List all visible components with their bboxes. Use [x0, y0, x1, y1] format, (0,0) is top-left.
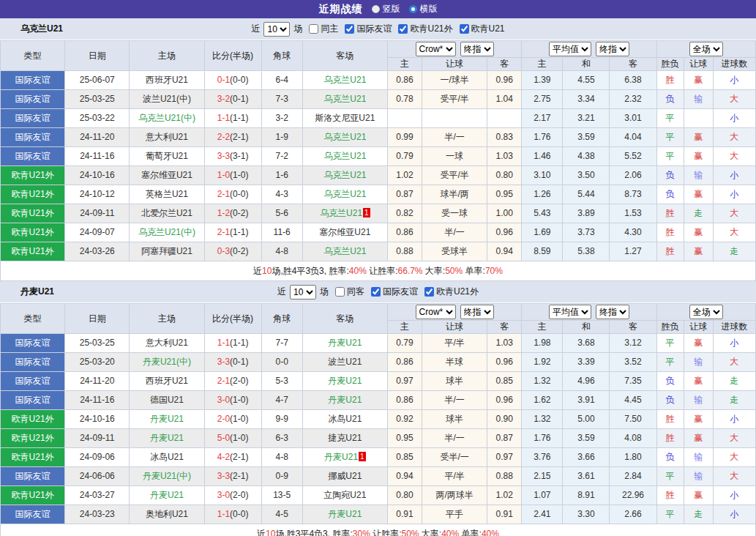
crow-home-odds: 0.78 — [387, 90, 422, 109]
match-count-select[interactable]: 10 — [263, 22, 290, 37]
home-team-name: 冰岛U21 — [150, 452, 184, 462]
type-cell: 国际友谊 — [1, 109, 65, 128]
final-odds-select-2[interactable]: 终指 — [596, 305, 629, 319]
odds-source-select[interactable]: Crow* — [416, 305, 456, 319]
score-cell: 3-3(2-1) — [204, 467, 261, 486]
avg-away-odds: 2.06 — [610, 166, 656, 185]
final-odds-select-1[interactable]: 终指 — [460, 42, 494, 56]
home-team-cell: 德国U21 — [130, 391, 204, 410]
league-0-label: 国际友谊 — [356, 23, 392, 35]
crow-home-odds: 0.88 — [387, 242, 422, 261]
halftime-score: (1-0) — [230, 414, 248, 424]
home-team-cell: 乌克兰U21(中) — [130, 223, 204, 242]
away-team-cell: 乌克兰U21 — [302, 185, 387, 204]
results-table: 类型日期主场比分(半场)角球客场Crow*终指平均值终指全场主让球客主和客胜负让… — [0, 40, 756, 281]
radio-unselected-icon[interactable] — [372, 5, 380, 13]
away-team-name: 乌克兰U21 — [323, 189, 366, 199]
goals-result-cell: 大 — [713, 467, 755, 486]
avg-draw-odds: 3.59 — [563, 429, 610, 448]
avg-home-odds: 1.46 — [522, 147, 563, 166]
league-0-checkbox[interactable] — [345, 24, 354, 34]
crow-away-odds: 0.97 — [487, 448, 522, 467]
crow-handicap: 球半/两 — [422, 185, 487, 204]
away-team-name: 丹麦U21 — [324, 452, 358, 462]
away-team-cell: 乌克兰U21 — [302, 166, 387, 185]
vertical-layout-radio[interactable]: 竖版 — [372, 3, 400, 15]
avg-draw-odds: 3.34 — [563, 90, 610, 109]
away-team-name: 波兰U21 — [328, 357, 362, 367]
result-cell: 负 — [656, 448, 684, 467]
home-team-cell: 西班牙U21 — [130, 372, 204, 391]
handicap-result-cell: 赢 — [684, 372, 713, 391]
crow-home-odds: 0.80 — [387, 486, 422, 505]
fulltime-score: 0-1 — [217, 75, 230, 85]
fulltime-score: 3-0 — [217, 490, 230, 500]
handicap-result-cell: 赢 — [684, 223, 713, 242]
sub-header-0: 主 — [387, 58, 422, 71]
league-1-label: 欧青U21外 — [436, 286, 479, 298]
sub-header-8: 进球数 — [713, 58, 755, 71]
average-select[interactable]: 平均值 — [549, 305, 591, 319]
summary-stat-label: 场,胜3平4负3, 胜率: — [275, 529, 352, 536]
home-team-name: 塞尔维亚U21 — [141, 170, 192, 180]
fulltime-score: 1-0 — [217, 170, 230, 180]
average-select[interactable]: 平均值 — [549, 42, 591, 56]
odds-source-select[interactable]: Crow* — [416, 42, 456, 56]
summary-stat-label: 单率: — [463, 266, 485, 276]
fulltime-select[interactable]: 全场 — [689, 305, 723, 319]
date-cell: 24-11-20 — [65, 128, 130, 147]
crow-home-odds: 0.86 — [387, 353, 422, 372]
avg-home-odds: 1.26 — [522, 185, 563, 204]
same-venue-checkbox[interactable] — [309, 24, 318, 34]
crow-away-odds: 0.87 — [487, 429, 522, 448]
home-team-name: 乌克兰U21(中) — [138, 227, 195, 237]
result-cell: 负 — [656, 372, 684, 391]
goals-result-cell: 大 — [713, 128, 755, 147]
crow-handicap: 受一球 — [422, 204, 487, 223]
avg-away-odds: 3.52 — [610, 353, 656, 372]
avg-draw-odds: 3.61 — [563, 467, 610, 486]
avg-draw-odds: 3.73 — [563, 223, 610, 242]
crow-away-odds: 0.88 — [487, 467, 522, 486]
league-1-checkbox[interactable] — [424, 287, 434, 297]
crow-handicap: 半/一 — [422, 429, 487, 448]
horizontal-layout-radio[interactable]: 横版 — [409, 3, 438, 15]
crow-away-odds: 0.80 — [487, 166, 522, 185]
same-venue-label: 同主 — [321, 23, 338, 35]
summary-text: 近10场,胜3平4负3, 胜率:30% 让胜率:50% 大率:40% 单率:40… — [1, 524, 756, 536]
away-team-name: 丹麦U21 — [328, 395, 362, 405]
avg-home-odds: 1.76 — [522, 128, 563, 147]
away-team-name: 丹麦U21 — [328, 509, 362, 519]
league-0-checkbox[interactable] — [371, 287, 381, 297]
same-venue-checkbox[interactable] — [335, 287, 345, 297]
result-cell: 胜 — [656, 486, 684, 505]
corners-cell: 0-9 — [261, 467, 302, 486]
crow-home-odds: 0.87 — [387, 185, 422, 204]
type-cell: 欧青U21外 — [1, 223, 65, 242]
home-team-cell: 塞尔维亚U21 — [130, 166, 204, 185]
filter-controls: 近10场同客国际友谊欧青U21外 — [276, 285, 480, 299]
result-cell: 胜 — [656, 204, 684, 223]
match-count-select[interactable]: 10 — [290, 285, 316, 299]
result-cell: 平 — [656, 147, 684, 166]
home-team-cell: 奥地利U21 — [130, 505, 204, 524]
group-header-crow: Crow*终指 — [387, 304, 521, 321]
fulltime-select[interactable]: 全场 — [689, 42, 723, 56]
goals-result-cell: 小 — [713, 410, 755, 429]
home-team-cell: 冰岛U21 — [130, 448, 204, 467]
league-2-checkbox[interactable] — [460, 24, 469, 34]
corners-cell: 6-4 — [261, 71, 302, 90]
avg-away-odds: 4.30 — [610, 223, 656, 242]
type-cell: 欧青U21外 — [1, 185, 65, 204]
score-cell: 1-0(1-0) — [204, 166, 261, 185]
goals-result-cell: 小 — [713, 185, 755, 204]
avg-draw-odds: 3.91 — [563, 391, 610, 410]
crow-handicap: 受球半 — [422, 242, 487, 261]
sub-header-3: 主 — [522, 58, 563, 71]
radio-selected-icon[interactable] — [409, 5, 417, 13]
league-1-checkbox[interactable] — [398, 24, 408, 34]
final-odds-select-2[interactable]: 终指 — [596, 42, 629, 56]
goals-result-cell: 大 — [713, 147, 755, 166]
table-row: 国际友谊24-03-23奥地利U211-1(0-0)4-5丹麦U210.91平手… — [1, 505, 756, 524]
final-odds-select-1[interactable]: 终指 — [460, 305, 494, 319]
